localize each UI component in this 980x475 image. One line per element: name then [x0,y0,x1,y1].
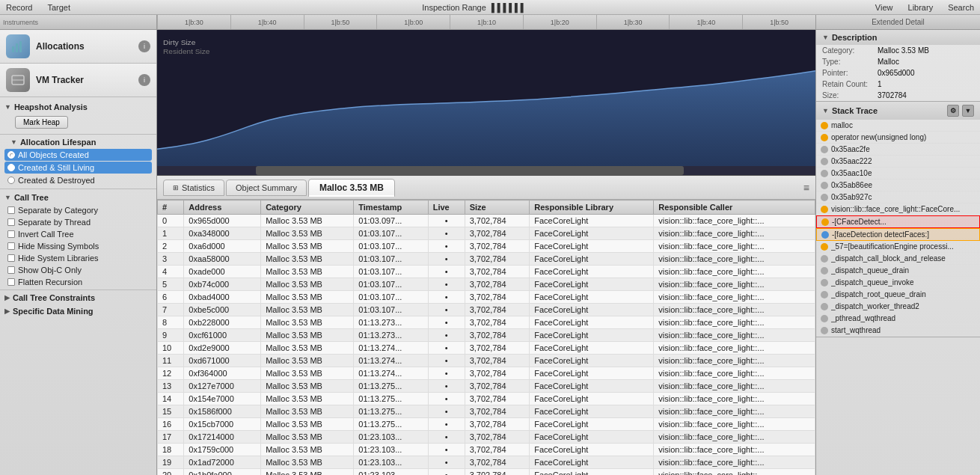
stack-item-face_detection[interactable]: -[faceDetection detectFaces:] [816,228,980,241]
stack-item-x35aac10e[interactable]: 0x35aac10e [816,168,980,180]
tab-object-summary[interactable]: Object Summary [226,180,307,196]
stack-item-dispatch_worker_thread2[interactable]: _dispatch_worker_thread2 [816,301,980,313]
stack-item-row[interactable]: 0x35aac10e [816,168,980,180]
stack-item-x35aac2fe[interactable]: 0x35aac2fe [816,144,980,156]
toolbar-view[interactable]: View [875,3,893,12]
instrument-vm-tracker[interactable]: VM Tracker i [0,64,156,97]
stack-item-row[interactable]: _57=[beautificationEngine processi... [816,241,980,253]
table-row[interactable]: 5 0xb74c000 Malloc 3.53 MB 01:03.107... … [158,278,815,291]
col-category[interactable]: Category [261,200,354,215]
toolbar-record[interactable]: Record [6,3,32,12]
table-row[interactable]: 9 0xcf61000 Malloc 3.53 MB 01:13.273... … [158,329,815,342]
stack-item-row[interactable]: start_wqthread [816,325,980,337]
cell-address: 0x15cb7000 [184,418,261,431]
toolbar-search[interactable]: Search [948,3,974,12]
stack-item-row[interactable]: -[faceDetection detectFaces:] [816,228,980,241]
stack-item-iface_detect[interactable]: -[CFaceDetect... [816,215,980,228]
call-tree-constraints-section[interactable]: Call Tree Constraints [0,290,156,304]
instrument-allocations[interactable]: Allocations i [0,30,156,64]
hamburger-menu-icon[interactable]: ≡ [803,182,809,194]
stack-item-row[interactable]: malloc [816,120,980,132]
specific-data-mining-section[interactable]: Specific Data Mining [0,304,156,317]
mark-heap-button[interactable]: Mark Heap [15,116,68,129]
stack-item-row[interactable]: -[CFaceDetect... [816,215,980,228]
stack-item-malloc[interactable]: malloc [816,120,980,132]
radio-all-objects-created[interactable]: All Objects Created [4,149,152,161]
table-row[interactable]: 17 0x17214000 Malloc 3.53 MB 01:23.103..… [158,431,815,444]
stack-item-row[interactable]: _dispatch_queue_drain [816,265,980,277]
toolbar-library[interactable]: Library [908,3,934,12]
stack-item-row[interactable]: _dispatch_root_queue_drain [816,289,980,301]
table-row[interactable]: 7 0xbe5c000 Malloc 3.53 MB 01:03.107... … [158,304,815,316]
radio-created-still-living[interactable]: Created & Still Living [4,162,152,174]
stack-item-pthread_wqthread[interactable]: _pthread_wqthread [816,313,980,325]
stack-item-row[interactable]: _dispatch_call_block_and_release [816,253,980,265]
stack-item-row[interactable]: _pthread_wqthread [816,313,980,325]
radio-created-destroyed[interactable]: Created & Destroyed [4,174,152,186]
stack-item-row[interactable]: 0x35aac2fe [816,144,980,156]
stack-item-dispatch_queue_invoke[interactable]: _dispatch_queue_invoke [816,277,980,289]
table-row[interactable]: 15 0x1586f000 Malloc 3.53 MB 01:13.275..… [158,405,815,418]
col-caller[interactable]: Responsible Caller [654,200,815,215]
col-num[interactable]: # [158,200,184,215]
stack-item-vision_face_core[interactable]: vision::lib::face_core_light::FaceCore..… [816,203,980,215]
stack-item-row[interactable]: _dispatch_queue_invoke [816,277,980,289]
checkbox-separate-thread[interactable]: Separate by Thread [4,216,152,228]
checkbox-flatten-recursion[interactable]: Flatten Recursion [4,276,152,288]
table-row[interactable]: 0 0x965d000 Malloc 3.53 MB 01:03.097... … [158,215,815,227]
chart-scrollbar-thumb[interactable] [256,166,684,175]
stack-item-x35aac222[interactable]: 0x35aac222 [816,156,980,168]
col-library[interactable]: Responsible Library [530,200,654,215]
table-row[interactable]: 3 0xaa58000 Malloc 3.53 MB 01:03.107... … [158,253,815,266]
col-live[interactable]: Live [428,200,465,215]
heapshot-analysis-header[interactable]: Heapshot Analysis [4,100,152,114]
table-row[interactable]: 20 0x1b0fa000 Malloc 3.53 MB 01:23.103..… [158,469,815,476]
stack-item-row[interactable]: 0x35ab86ee [816,180,980,191]
chart-scrollbar[interactable] [157,166,815,175]
stack-settings-btn[interactable]: ⚙ [947,105,959,117]
allocations-info-btn[interactable]: i [138,40,150,52]
table-row[interactable]: 12 0xf364000 Malloc 3.53 MB 01:13.274...… [158,367,815,380]
stack-item-operator_new[interactable]: operator new(unsigned long) [816,132,980,144]
data-table-container[interactable]: # Address Category Timestamp Live Size R… [157,200,815,475]
stack-item-dispatch_root_queue_drain[interactable]: _dispatch_root_queue_drain [816,289,980,301]
table-row[interactable]: 13 0x127e7000 Malloc 3.53 MB 01:13.275..… [158,380,815,393]
call-tree-header[interactable]: Call Tree [4,191,152,204]
stack-item-dispatch_call_block[interactable]: _dispatch_call_block_and_release [816,253,980,265]
col-size[interactable]: Size [465,200,530,215]
table-row[interactable]: 2 0xa6d000 Malloc 3.53 MB 01:03.107... •… [158,240,815,253]
table-row[interactable]: 16 0x15cb7000 Malloc 3.53 MB 01:13.275..… [158,418,815,431]
tab-statistics[interactable]: ⊞ Statistics [163,180,224,196]
table-row[interactable]: 11 0xd671000 Malloc 3.53 MB 01:13.274...… [158,355,815,367]
toolbar-target[interactable]: Target [47,3,70,12]
table-row[interactable]: 6 0xbad4000 Malloc 3.53 MB 01:03.107... … [158,291,815,304]
stack-item-row[interactable]: vision::lib::face_core_light::FaceCore..… [816,203,980,215]
vm-tracker-info-btn[interactable]: i [138,74,150,86]
stack-item-row[interactable]: operator new(unsigned long) [816,132,980,144]
allocation-lifespan-header[interactable]: Allocation Lifespan [4,136,152,148]
stack-filter-btn[interactable]: ▼ [962,105,974,117]
checkbox-invert-call-tree[interactable]: Invert Call Tree [4,228,152,240]
table-row[interactable]: 8 0xb228000 Malloc 3.53 MB 01:13.273... … [158,316,815,329]
stack-item-x35ab86ee[interactable]: 0x35ab86ee [816,180,980,191]
col-timestamp[interactable]: Timestamp [354,200,428,215]
checkbox-separate-category[interactable]: Separate by Category [4,204,152,216]
stack-item-row[interactable]: _dispatch_worker_thread2 [816,301,980,313]
col-address[interactable]: Address [184,200,261,215]
checkbox-hide-system-libraries[interactable]: Hide System Libraries [4,252,152,264]
table-row[interactable]: 19 0x1ad72000 Malloc 3.53 MB 01:23.103..… [158,456,815,469]
stack-item-beautification[interactable]: _57=[beautificationEngine processi... [816,241,980,253]
stack-item-row[interactable]: 0x35ab927c [816,191,980,203]
table-row[interactable]: 4 0xade000 Malloc 3.53 MB 01:03.107... •… [158,266,815,278]
tab-malloc[interactable]: Malloc 3.53 MB [308,179,395,197]
checkbox-hide-missing-symbols[interactable]: Hide Missing Symbols [4,240,152,252]
checkbox-show-objc-only[interactable]: Show Obj-C Only [4,264,152,276]
stack-item-x35ab927c[interactable]: 0x35ab927c [816,191,980,203]
table-row[interactable]: 18 0x1759c000 Malloc 3.53 MB 01:23.103..… [158,444,815,456]
stack-item-start_wqthread[interactable]: start_wqthread [816,325,980,337]
table-row[interactable]: 10 0xd2e9000 Malloc 3.53 MB 01:13.274...… [158,342,815,355]
stack-item-dispatch_queue_drain[interactable]: _dispatch_queue_drain [816,265,980,277]
table-row[interactable]: 14 0x154e7000 Malloc 3.53 MB 01:13.275..… [158,393,815,405]
stack-item-row[interactable]: 0x35aac222 [816,156,980,168]
table-row[interactable]: 1 0xa348000 Malloc 3.53 MB 01:03.107... … [158,227,815,240]
